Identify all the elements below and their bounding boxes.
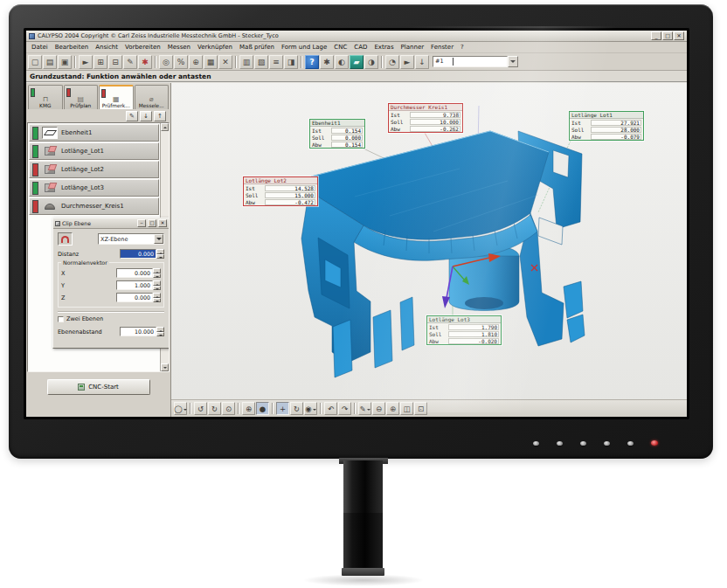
scroll-up-icon[interactable]	[161, 123, 169, 131]
clock-icon[interactable]: ◔	[385, 55, 399, 69]
menu-form-und-lage[interactable]: Form und Lage	[278, 44, 330, 51]
clip-close-button[interactable]: ✕	[158, 219, 167, 227]
print-icon[interactable]: ▥	[239, 55, 253, 69]
feature-row-ebenheit1[interactable]: Ebenheit1	[29, 124, 159, 142]
plane-select[interactable]: XZ-Ebene	[98, 233, 164, 245]
tab-messele[interactable]: ⌀Messele...	[135, 85, 170, 109]
maximize-button[interactable]: □	[662, 31, 673, 40]
axis-x-field[interactable]: 0.000	[116, 268, 153, 278]
tab-pr-fmerk[interactable]: ▦Prüfmerk...	[99, 85, 134, 109]
menu-datei[interactable]: Datei	[28, 44, 52, 51]
menu-fenster[interactable]: Fenster	[427, 44, 457, 51]
percent-icon[interactable]: %	[174, 55, 188, 69]
probe-icon[interactable]: ✱	[138, 55, 152, 69]
edit-icon[interactable]: ✎	[126, 111, 138, 121]
power-button[interactable]	[651, 440, 658, 446]
axis-z-field[interactable]: 0.000	[116, 293, 153, 302]
move-down-icon[interactable]: ↓	[140, 111, 152, 121]
osd-button-1[interactable]	[533, 441, 539, 446]
menu-messen[interactable]: Messen	[164, 44, 194, 51]
pen-tool-icon[interactable]: ✎	[358, 402, 371, 415]
save-icon[interactable]: ▣	[58, 55, 72, 69]
menu-ma-pr-fen[interactable]: Maß prüfen	[236, 44, 278, 51]
rotate-x-icon[interactable]: ↺	[194, 402, 207, 415]
move-up-icon[interactable]: ↑	[154, 111, 166, 121]
scroll-down-icon[interactable]	[161, 363, 169, 371]
chevron-down-icon[interactable]	[154, 234, 163, 244]
ebenenabstand-stepper[interactable]	[156, 327, 164, 336]
tools-icon[interactable]: ◑	[364, 55, 378, 69]
redo-icon[interactable]: ↷	[338, 402, 351, 415]
help-icon[interactable]: ?	[305, 55, 319, 69]
cad-icon[interactable]: ▰	[350, 55, 364, 69]
menu-[interactable]: ?	[457, 44, 467, 51]
run-icon[interactable]: ►	[400, 55, 414, 69]
circle-tool-icon[interactable]: ◯	[174, 402, 187, 415]
menu-ansicht[interactable]: Ansicht	[92, 44, 121, 51]
axis-y-stepper[interactable]	[153, 280, 161, 290]
delete-icon[interactable]: ✕	[218, 55, 232, 69]
menu-cad[interactable]: CAD	[350, 44, 370, 51]
cursor-icon[interactable]: ►	[79, 55, 93, 69]
pan-icon[interactable]: +	[276, 402, 289, 415]
distanz-field[interactable]: 0.000	[120, 249, 156, 259]
mail-icon[interactable]: ▧	[254, 55, 268, 69]
rotate-free-icon[interactable]: ⊙	[222, 402, 235, 415]
view-shaded-icon[interactable]: ●	[256, 402, 269, 415]
menu-extras[interactable]: Extras	[370, 44, 397, 51]
pattern-icon[interactable]: ▦	[204, 55, 218, 69]
minimize-button[interactable]: _	[651, 31, 661, 40]
axis-y-field[interactable]: 1.000	[116, 280, 153, 290]
menu-bearbeiten[interactable]: Bearbeiten	[52, 44, 92, 51]
probe-display-icon[interactable]: ◉	[304, 402, 317, 415]
menu-vorbereiten[interactable]: Vorbereiten	[121, 44, 164, 51]
tab-pr-fplan[interactable]: ▤Prüfplan	[64, 85, 99, 109]
copy-icon[interactable]: ⊞	[93, 55, 107, 69]
close-button[interactable]: ✕	[674, 31, 684, 40]
rotate-y-icon[interactable]: ↻	[208, 402, 221, 415]
zoom-in-icon[interactable]: ⊕	[386, 402, 399, 415]
osd-button-2[interactable]	[557, 441, 563, 446]
axis-x-stepper[interactable]	[153, 268, 161, 278]
ebenenabstand-field[interactable]: 10.000	[120, 327, 156, 336]
feature-row-lotl-nge-lot1[interactable]: Lotlänge_Lot1	[29, 142, 159, 160]
orbit-icon[interactable]: ↻	[290, 402, 303, 415]
export-icon[interactable]: ◨	[284, 55, 298, 69]
clip-dialog-titlebar[interactable]: Clip Ebene ‒ □ ✕	[53, 218, 169, 229]
wizard-icon[interactable]: ✱	[320, 55, 334, 69]
zoom-out-icon[interactable]: ⊖	[372, 402, 385, 415]
clip-tool-button[interactable]	[58, 232, 73, 246]
menu-cnc[interactable]: CNC	[330, 44, 350, 51]
undo-icon[interactable]: ↶	[324, 402, 337, 415]
clip-maximize-button[interactable]: □	[148, 219, 156, 227]
new-icon[interactable]: ▢	[28, 55, 42, 69]
cnc-start-button[interactable]: CNC-Start	[47, 379, 150, 395]
clip-minimize-button[interactable]: ‒	[137, 219, 146, 227]
paste-icon[interactable]: ⊟	[108, 55, 122, 69]
feature-number-field[interactable]: #1	[433, 56, 508, 67]
menu-planner[interactable]: Planner	[398, 44, 428, 51]
tolerance-icon[interactable]: ⊕	[189, 55, 203, 69]
menu-verkn-pfen[interactable]: Verknüpfen	[194, 44, 236, 51]
osd-button-5[interactable]	[627, 441, 634, 446]
cad-viewport[interactable]: Ebenheit1Ist0.154Soll0.000Abw0.154Durchm…	[171, 83, 687, 417]
stylus-icon[interactable]: ✎	[123, 55, 137, 69]
distanz-stepper[interactable]	[156, 249, 164, 259]
magnet-icon[interactable]: ◐	[335, 55, 349, 69]
feature-row-durchmesser-kreis1[interactable]: Durchmesser_Kreis1	[29, 197, 159, 215]
osd-button-3[interactable]	[580, 441, 586, 446]
tab-kmg[interactable]: ⊓KMG	[28, 85, 63, 109]
feature-row-lotl-nge-lot2[interactable]: Lotlänge_Lot2	[29, 161, 159, 178]
feature-number-combo[interactable]: #1	[433, 56, 518, 67]
view-axes-icon[interactable]: ⊕	[242, 402, 255, 415]
search-icon[interactable]: ◎	[159, 55, 173, 69]
probe-change-icon[interactable]: ↓	[415, 55, 429, 69]
report-icon[interactable]: ≡	[269, 55, 283, 69]
zoom-fit-icon[interactable]: ⊡	[414, 402, 427, 415]
zoom-window-icon[interactable]: ◫	[400, 402, 413, 415]
open-icon[interactable]: ▤	[43, 55, 57, 69]
chevron-down-icon[interactable]	[508, 56, 518, 67]
zwei-ebenen-checkbox[interactable]	[58, 316, 64, 322]
feature-row-lotl-nge-lot3[interactable]: Lotlänge_Lot3	[29, 179, 159, 197]
osd-button-4[interactable]	[604, 441, 610, 446]
